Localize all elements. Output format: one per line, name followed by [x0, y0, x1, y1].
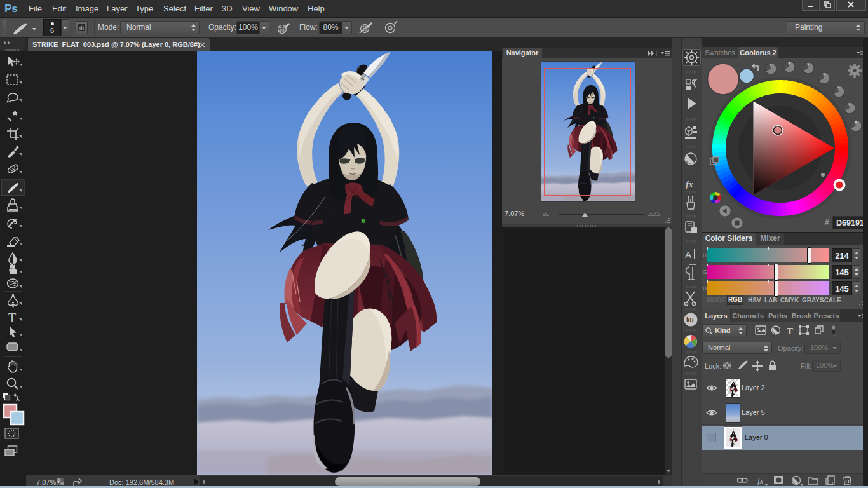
svg-text:#: # — [825, 218, 829, 227]
svg-text:D69191: D69191 — [836, 219, 864, 227]
svg-text:ku: ku — [686, 316, 694, 323]
svg-text:T: T — [8, 311, 16, 325]
svg-text:T: T — [787, 326, 793, 336]
svg-text:A: A — [685, 249, 691, 260]
svg-text:fx: fx — [757, 476, 764, 485]
svg-text:fx: fx — [686, 180, 693, 189]
